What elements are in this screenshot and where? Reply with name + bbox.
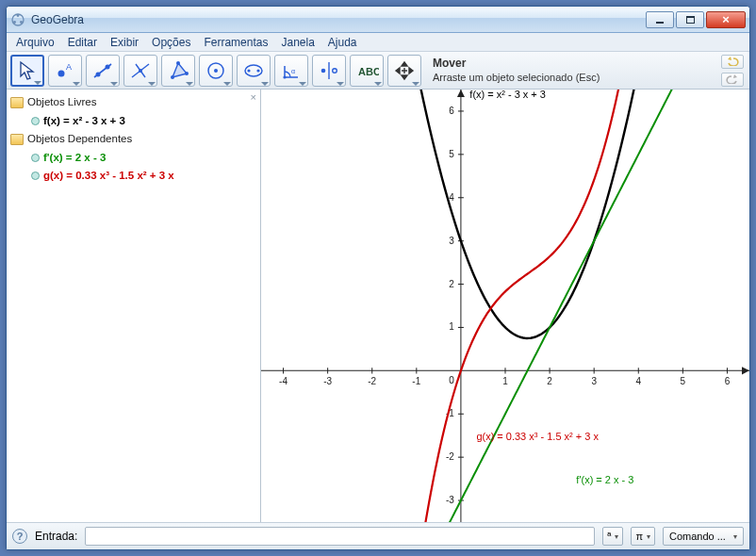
- svg-text:6: 6: [449, 106, 454, 116]
- svg-point-7: [96, 72, 101, 76]
- menu-arquivo[interactable]: Arquivo: [10, 34, 60, 51]
- tool-title: Mover: [433, 57, 466, 70]
- toolbar: A α ABC Mover Arraste um ob: [7, 52, 749, 90]
- help-icon[interactable]: ?: [12, 529, 27, 544]
- tool-circle[interactable]: [199, 55, 233, 87]
- svg-point-24: [321, 68, 326, 73]
- svg-text:5: 5: [681, 375, 686, 385]
- tool-angle[interactable]: α: [274, 55, 308, 87]
- svg-point-3: [17, 14, 20, 17]
- tool-conic[interactable]: [237, 55, 271, 87]
- app-icon: [10, 12, 25, 27]
- svg-marker-12: [173, 63, 187, 77]
- tool-polygon[interactable]: [161, 55, 195, 87]
- svg-text:A: A: [66, 62, 72, 72]
- svg-point-15: [171, 75, 174, 79]
- tool-text[interactable]: ABC: [350, 55, 384, 87]
- menubar: Arquivo Editar Exibir Opções Ferramentas…: [7, 33, 749, 52]
- tree-folder-free[interactable]: Objetos Livres: [8, 93, 258, 112]
- svg-text:3: 3: [591, 375, 597, 385]
- item-label: f'(x) = 2 x - 3: [43, 149, 106, 168]
- folder-label: Objetos Dependentes: [27, 130, 132, 149]
- tree-folder-dependent[interactable]: Objetos Dependentes: [8, 130, 258, 149]
- svg-point-11: [139, 69, 142, 73]
- input-bar: ? Entrada: ª▾ π▾ Comando ...▾: [7, 523, 749, 549]
- command-dropdown[interactable]: Comando ...▾: [663, 527, 744, 546]
- svg-text:5: 5: [449, 149, 454, 159]
- tree-item-g[interactable]: g(x) = 0.33 x³ - 1.5 x² + 3 x: [8, 167, 258, 186]
- svg-text:4: 4: [449, 192, 454, 203]
- svg-point-2: [20, 21, 23, 24]
- folder-label: Objetos Livres: [27, 93, 97, 112]
- titlebar: GeoGebra ×: [7, 7, 749, 33]
- tree-item-f[interactable]: f(x) = x² - 3 x + 3: [8, 112, 258, 131]
- item-label: f(x) = x² - 3 x + 3: [43, 112, 125, 131]
- svg-text:-3: -3: [446, 495, 454, 505]
- menu-ferramentas[interactable]: Ferramentas: [198, 34, 273, 51]
- svg-point-8: [106, 64, 110, 69]
- svg-point-17: [214, 69, 218, 73]
- tool-subtitle: Arraste um objeto selecionado (Esc): [433, 72, 600, 83]
- menu-ajuda[interactable]: Ajuda: [322, 34, 363, 51]
- tool-move[interactable]: [10, 55, 44, 87]
- tool-move-view[interactable]: [387, 55, 421, 87]
- tree-item-fprime[interactable]: f'(x) = 2 x - 3: [8, 149, 258, 168]
- visibility-dot-icon[interactable]: [31, 172, 40, 180]
- svg-text:3: 3: [449, 236, 454, 246]
- svg-point-19: [247, 69, 250, 72]
- svg-text:0: 0: [449, 374, 454, 384]
- graphics-view[interactable]: -4-3-2-1123456-3-2-11234560f(x) = x² - 3…: [261, 90, 749, 522]
- svg-point-20: [256, 69, 259, 72]
- tool-line[interactable]: [86, 55, 120, 87]
- menu-opcoes[interactable]: Opções: [146, 34, 196, 51]
- svg-point-14: [185, 72, 189, 75]
- algebra-close-icon[interactable]: ×: [251, 91, 256, 103]
- svg-text:2: 2: [547, 375, 552, 385]
- svg-text:-2: -2: [446, 451, 454, 462]
- svg-point-13: [176, 61, 180, 65]
- svg-text:g(x) = 0.33 x³ - 1.5 x² + 3 x: g(x) = 0.33 x³ - 1.5 x² + 3 x: [476, 431, 599, 442]
- visibility-dot-icon[interactable]: [31, 117, 40, 125]
- symbol-alpha-button[interactable]: ª▾: [602, 527, 623, 546]
- tool-transform[interactable]: [312, 55, 346, 87]
- undo-button[interactable]: [721, 55, 744, 69]
- svg-text:-1: -1: [412, 375, 420, 385]
- redo-button[interactable]: [721, 73, 744, 87]
- svg-text:α: α: [291, 68, 295, 74]
- svg-text:-4: -4: [279, 375, 288, 385]
- menu-exibir[interactable]: Exibir: [105, 34, 144, 51]
- folder-icon: [10, 97, 24, 108]
- svg-text:f(x) = x² - 3 x + 3: f(x) = x² - 3 x + 3: [469, 90, 546, 100]
- maximize-button[interactable]: [676, 11, 704, 28]
- svg-text:-3: -3: [323, 375, 332, 385]
- svg-text:2: 2: [449, 279, 454, 289]
- svg-text:f'(x) = 2 x - 3: f'(x) = 2 x - 3: [576, 474, 633, 485]
- input-label: Entrada:: [35, 530, 77, 543]
- tool-point[interactable]: A: [48, 55, 82, 87]
- minimize-button[interactable]: [646, 11, 674, 28]
- algebra-view: × Objetos Livres f(x) = x² - 3 x + 3 Obj…: [7, 90, 261, 522]
- tool-description: Mover Arraste um objeto selecionado (Esc…: [425, 57, 717, 85]
- svg-text:6: 6: [725, 375, 731, 385]
- svg-text:-2: -2: [368, 375, 376, 385]
- menu-janela[interactable]: Janela: [275, 34, 320, 51]
- svg-point-21: [283, 75, 286, 78]
- svg-point-25: [333, 68, 337, 73]
- input-field[interactable]: [85, 527, 595, 546]
- symbol-pi-button[interactable]: π▾: [631, 527, 655, 546]
- svg-text:1: 1: [502, 375, 508, 385]
- item-label: g(x) = 0.33 x³ - 1.5 x² + 3 x: [43, 167, 174, 186]
- folder-icon: [10, 134, 24, 145]
- window-title: GeoGebra: [31, 13, 646, 26]
- svg-text:4: 4: [635, 375, 641, 385]
- svg-text:1: 1: [449, 321, 454, 332]
- svg-point-1: [13, 21, 16, 24]
- visibility-dot-icon[interactable]: [31, 154, 40, 162]
- close-button[interactable]: ×: [706, 11, 746, 28]
- svg-point-4: [58, 70, 65, 76]
- tool-perpendicular[interactable]: [123, 55, 157, 87]
- menu-editar[interactable]: Editar: [62, 34, 103, 51]
- svg-text:ABC: ABC: [358, 66, 379, 77]
